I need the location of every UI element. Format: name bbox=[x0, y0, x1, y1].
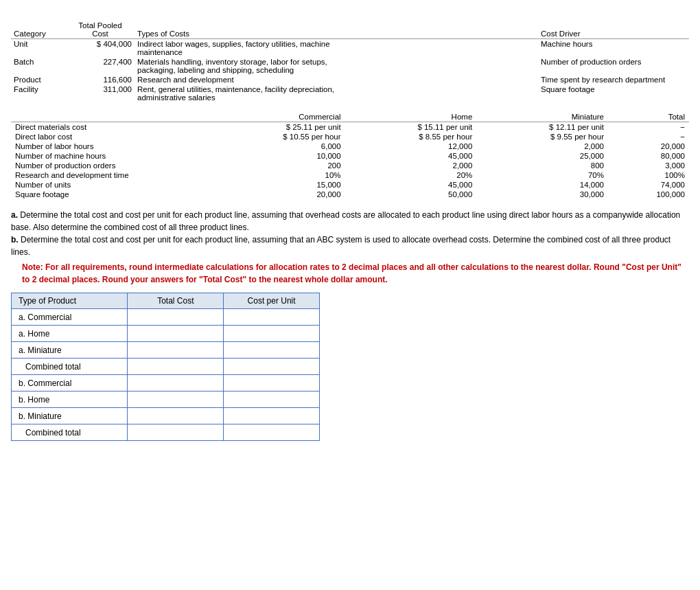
add-row-home: $ 8.55 per hour bbox=[345, 132, 477, 141]
req-a: a. Determine the total cost and cost per… bbox=[11, 209, 689, 234]
answer-row: b. Commercial bbox=[12, 375, 320, 392]
col-header-category: Category bbox=[11, 21, 66, 39]
pool-types: Rent, general utilities, maintenance, fa… bbox=[135, 84, 538, 102]
answer-row: Combined total bbox=[12, 424, 320, 441]
add-col-miniature: Miniature bbox=[476, 112, 608, 122]
answer-total-cost[interactable] bbox=[128, 342, 224, 359]
answer-row: a. Home bbox=[12, 326, 320, 342]
additional-data-row: Research and development time 10% 20% 70… bbox=[11, 170, 689, 180]
pool-driver: Machine hours bbox=[538, 39, 689, 58]
cost-pool-row: Batch 227,400 Materials handling, invent… bbox=[11, 57, 689, 75]
col-header-total-pooled: Total PooledCost bbox=[66, 21, 135, 39]
add-col-label bbox=[11, 112, 213, 122]
add-col-home: Home bbox=[345, 112, 477, 122]
req-a-label: a. bbox=[11, 210, 20, 220]
answer-cost-per-unit[interactable] bbox=[224, 309, 320, 326]
req-b-text: Determine the total cost and cost per un… bbox=[11, 235, 670, 257]
add-col-commercial: Commercial bbox=[213, 112, 345, 122]
answer-row-label: b. Home bbox=[12, 392, 128, 408]
answer-col-type: Type of Product bbox=[12, 293, 128, 309]
add-row-label: Direct labor cost bbox=[11, 132, 213, 141]
add-row-label: Number of production orders bbox=[11, 161, 213, 170]
additional-data-row: Direct materials cost $ 25.11 per unit $… bbox=[11, 122, 689, 133]
add-row-total: 100,000 bbox=[608, 190, 689, 199]
add-row-commercial: 15,000 bbox=[213, 180, 345, 190]
additional-data-row: Number of production orders 200 2,000 80… bbox=[11, 161, 689, 170]
answer-row-label: a. Miniature bbox=[12, 342, 128, 359]
add-row-miniature: 2,000 bbox=[476, 141, 608, 151]
answer-total-cost[interactable] bbox=[128, 408, 224, 424]
cost-pools-table: Category Total PooledCost Types of Costs… bbox=[11, 21, 689, 102]
add-row-commercial: 10,000 bbox=[213, 151, 345, 161]
answer-cost-per-unit[interactable] bbox=[224, 326, 320, 342]
answer-row: b. Home bbox=[12, 392, 320, 408]
pool-cost: 227,400 bbox=[66, 57, 135, 75]
pool-types: Indirect labor wages, supplies, factory … bbox=[135, 39, 538, 58]
pool-category: Product bbox=[11, 75, 66, 84]
add-row-total: 20,000 bbox=[608, 141, 689, 151]
add-col-total: Total bbox=[608, 112, 689, 122]
answer-col-cost-per-unit: Cost per Unit bbox=[224, 293, 320, 309]
answer-row-label: a. Home bbox=[12, 326, 128, 342]
answer-row: a. Miniature bbox=[12, 342, 320, 359]
add-row-home: 50,000 bbox=[345, 190, 477, 199]
add-row-home: 20% bbox=[345, 170, 477, 180]
answer-table: Type of Product Total Cost Cost per Unit… bbox=[11, 293, 320, 441]
add-row-total: − bbox=[608, 132, 689, 141]
answer-total-cost[interactable] bbox=[128, 375, 224, 392]
requirements-section: a. Determine the total cost and cost per… bbox=[11, 209, 689, 286]
answer-total-cost[interactable] bbox=[128, 309, 224, 326]
add-row-label: Square footage bbox=[11, 190, 213, 199]
add-row-home: 12,000 bbox=[345, 141, 477, 151]
add-row-home: 45,000 bbox=[345, 180, 477, 190]
answer-row-label: b. Commercial bbox=[12, 375, 128, 392]
add-row-commercial: $ 10.55 per hour bbox=[213, 132, 345, 141]
cost-pool-row: Unit $ 404,000 Indirect labor wages, sup… bbox=[11, 39, 689, 58]
answer-total-cost[interactable] bbox=[128, 424, 224, 441]
additional-data-row: Number of machine hours 10,000 45,000 25… bbox=[11, 151, 689, 161]
pool-cost: $ 404,000 bbox=[66, 39, 135, 58]
cost-pool-row: Product 116,600 Research and development… bbox=[11, 75, 689, 84]
pool-cost: 311,000 bbox=[66, 84, 135, 102]
add-row-commercial: 200 bbox=[213, 161, 345, 170]
answer-cost-per-unit[interactable] bbox=[224, 359, 320, 375]
col-header-driver: Cost Driver bbox=[538, 21, 689, 39]
pool-cost: 116,600 bbox=[66, 75, 135, 84]
additional-data-row: Number of units 15,000 45,000 14,000 74,… bbox=[11, 180, 689, 190]
req-note: Note: For all requirements, round interm… bbox=[11, 261, 689, 286]
col-header-types: Types of Costs bbox=[135, 21, 538, 39]
add-row-home: $ 15.11 per unit bbox=[345, 122, 477, 133]
answer-row-label: Combined total bbox=[12, 424, 128, 441]
answer-row: a. Commercial bbox=[12, 309, 320, 326]
pool-category: Facility bbox=[11, 84, 66, 102]
answer-cost-per-unit[interactable] bbox=[224, 408, 320, 424]
answer-cost-per-unit[interactable] bbox=[224, 342, 320, 359]
add-row-commercial: 20,000 bbox=[213, 190, 345, 199]
additional-data-table: Commercial Home Miniature Total Direct m… bbox=[11, 112, 689, 199]
add-row-commercial: 6,000 bbox=[213, 141, 345, 151]
answer-total-cost[interactable] bbox=[128, 326, 224, 342]
pool-types: Materials handling, inventory storage, l… bbox=[135, 57, 538, 75]
answer-row: b. Miniature bbox=[12, 408, 320, 424]
answer-cost-per-unit[interactable] bbox=[224, 392, 320, 408]
additional-data-row: Direct labor cost $ 10.55 per hour $ 8.5… bbox=[11, 132, 689, 141]
pool-category: Batch bbox=[11, 57, 66, 75]
pool-driver: Square footage bbox=[538, 84, 689, 102]
answer-row-label: Combined total bbox=[12, 359, 128, 375]
add-row-miniature: $ 12.11 per unit bbox=[476, 122, 608, 133]
answer-total-cost[interactable] bbox=[128, 359, 224, 375]
pool-driver: Time spent by research department bbox=[538, 75, 689, 84]
add-row-commercial: 10% bbox=[213, 170, 345, 180]
answer-cost-per-unit[interactable] bbox=[224, 375, 320, 392]
req-note-text: Note: For all requirements, round interm… bbox=[22, 262, 681, 284]
answer-total-cost[interactable] bbox=[128, 392, 224, 408]
additional-data-row: Square footage 20,000 50,000 30,000 100,… bbox=[11, 190, 689, 199]
req-a-text: Determine the total cost and cost per un… bbox=[11, 210, 680, 232]
pool-driver: Number of production orders bbox=[538, 57, 689, 75]
answer-col-total-cost: Total Cost bbox=[128, 293, 224, 309]
add-row-total: 74,000 bbox=[608, 180, 689, 190]
add-row-total: 100% bbox=[608, 170, 689, 180]
add-row-label: Number of labor hours bbox=[11, 141, 213, 151]
answer-cost-per-unit[interactable] bbox=[224, 424, 320, 441]
add-row-home: 45,000 bbox=[345, 151, 477, 161]
